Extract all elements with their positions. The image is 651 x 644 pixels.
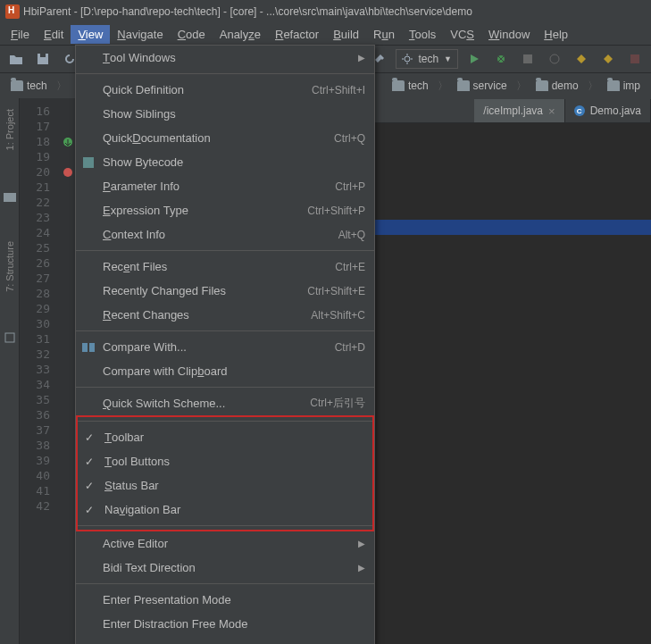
title-bar: HbiParent - [D:\repo-hand\repo-tech\tech… [0, 0, 651, 23]
menu-full-screen[interactable]: Enter Full Screen [76, 636, 374, 644]
menu-recent-changes[interactable]: Recent ChangesAlt+Shift+C [76, 303, 374, 327]
arrow-right-icon: ▶ [358, 539, 365, 548]
menu-help[interactable]: Help [537, 25, 575, 44]
debug-icon[interactable] [490, 48, 512, 70]
menu-recent-files[interactable]: Recent FilesCtrl+E [76, 255, 374, 279]
project-tool-button[interactable]: 1: Project [4, 105, 15, 154]
save-all-icon[interactable] [32, 48, 54, 70]
structure-tool-button[interactable]: 7: Structure [4, 238, 15, 296]
menu-refactor[interactable]: Refactor [268, 25, 326, 44]
menu-parameter-info[interactable]: Parameter InfoCtrl+P [76, 174, 374, 198]
menu-quick-switch-scheme[interactable]: Quick Switch Scheme...Ctrl+后引号 [76, 391, 374, 415]
menu-toolbar[interactable]: ✓Toolbar [78, 425, 372, 449]
jrebel-icon[interactable] [571, 48, 592, 70]
svg-rect-7 [4, 193, 16, 202]
menu-show-bytecode[interactable]: Show Bytecode [76, 150, 374, 174]
menu-bidi[interactable]: Bidi Text Direction▶ [76, 556, 374, 580]
svg-point-10 [63, 168, 72, 177]
folder-icon [4, 189, 16, 202]
svg-rect-8 [5, 333, 14, 342]
menu-active-editor[interactable]: Active Editor▶ [76, 531, 374, 556]
menu-recently-changed-files[interactable]: Recently Changed FilesCtrl+Shift+E [76, 279, 374, 303]
crumb-imp[interactable]: imp [602, 78, 646, 94]
crumb-demo[interactable]: demo [530, 78, 584, 94]
run-config-label: tech [418, 53, 438, 65]
menu-tool-windows[interactable]: Tool Windows▶ [76, 46, 374, 70]
highlighted-section: ✓Toolbar ✓Tool Buttons ✓Status Bar ✓Navi… [76, 415, 374, 531]
menu-quick-definition[interactable]: Quick DefinitionCtrl+Shift+I [76, 78, 374, 102]
arrow-right-icon: ▶ [358, 563, 365, 573]
folder-icon [536, 80, 548, 91]
chevron-down-icon: ▼ [444, 54, 452, 63]
folder-icon [392, 80, 405, 91]
svg-point-2 [405, 56, 410, 62]
menu-bar: File Edit View Navigate Code Analyze Ref… [0, 23, 651, 45]
close-icon[interactable]: × [548, 105, 555, 118]
menu-context-info[interactable]: Context InfoAlt+Q [76, 222, 374, 247]
svg-rect-6 [630, 54, 639, 63]
svg-rect-4 [523, 54, 532, 63]
menu-navigation-bar[interactable]: ✓Navigation Bar [78, 498, 372, 522]
compare-icon [81, 340, 96, 355]
menu-compare-with[interactable]: Compare With...Ctrl+D [76, 335, 374, 359]
menu-view[interactable]: View [71, 25, 110, 44]
tool-window-stripe: 1: Project 7: Structure [0, 98, 20, 644]
menu-status-bar[interactable]: ✓Status Bar [78, 473, 372, 498]
menu-expression-type[interactable]: Expression TypeCtrl+Shift+P [76, 198, 374, 222]
gear-icon [402, 54, 413, 64]
menu-presentation[interactable]: Enter Presentation Mode [76, 588, 374, 612]
menu-navigate[interactable]: Navigate [110, 25, 170, 44]
arrow-right-icon: ▶ [358, 53, 365, 63]
menu-file[interactable]: File [4, 25, 37, 44]
svg-rect-13 [89, 343, 95, 352]
menu-tools[interactable]: Tools [402, 25, 443, 44]
check-icon: ✓ [85, 456, 94, 468]
run-icon[interactable] [463, 48, 485, 70]
menu-run[interactable]: Run [366, 25, 402, 44]
jrebel-debug-icon[interactable] [597, 48, 619, 70]
menu-analyze[interactable]: Analyze [213, 25, 268, 44]
menu-quick-doc[interactable]: Quick DocumentationCtrl+Q [76, 126, 374, 150]
svg-point-5 [550, 54, 559, 63]
profiler-icon[interactable] [544, 48, 565, 70]
folder-icon [457, 80, 470, 91]
check-icon: ✓ [85, 431, 94, 444]
folder-icon [607, 80, 620, 91]
coverage-icon[interactable] [517, 48, 538, 70]
class-icon: C [574, 105, 585, 116]
crumb-tech[interactable]: tech [387, 78, 434, 94]
check-icon: ✓ [85, 480, 94, 492]
crumb-root[interactable]: tech [5, 78, 53, 94]
svg-rect-11 [83, 157, 94, 168]
folder-icon [11, 80, 23, 91]
app-icon [5, 4, 20, 19]
check-icon: ✓ [85, 504, 94, 516]
stop-icon[interactable] [624, 48, 646, 70]
menu-tool-buttons[interactable]: ✓Tool Buttons [78, 449, 372, 473]
menu-window[interactable]: Window [481, 25, 537, 44]
svg-rect-12 [82, 343, 88, 352]
menu-show-siblings[interactable]: Show Siblings [76, 102, 374, 126]
structure-icon [4, 331, 16, 344]
open-icon[interactable] [5, 48, 27, 70]
tab-impl[interactable]: /iceImpl.java× [474, 99, 564, 122]
run-config-combo[interactable]: tech ▼ [396, 49, 458, 69]
menu-compare-clipboard[interactable]: Compare with Clipboard [76, 359, 374, 383]
view-menu-popup: Tool Windows▶ Quick DefinitionCtrl+Shift… [75, 45, 375, 644]
menu-build[interactable]: Build [326, 25, 366, 44]
menu-vcs[interactable]: VCS [443, 25, 481, 44]
crumb-service[interactable]: service [452, 78, 513, 94]
menu-distraction-free[interactable]: Enter Distraction Free Mode [76, 612, 374, 636]
window-title: HbiParent - [D:\repo-hand\repo-tech\tech… [23, 5, 472, 18]
svg-rect-1 [40, 54, 46, 57]
menu-code[interactable]: Code [171, 25, 213, 44]
tab-demo[interactable]: CDemo.java [565, 99, 651, 122]
line-number-gutter: 1617181920212223242526272829303132333435… [25, 98, 57, 644]
menu-edit[interactable]: Edit [37, 25, 71, 44]
bytecode-icon [81, 155, 96, 170]
chevron-right-icon: 〉 [56, 79, 67, 94]
